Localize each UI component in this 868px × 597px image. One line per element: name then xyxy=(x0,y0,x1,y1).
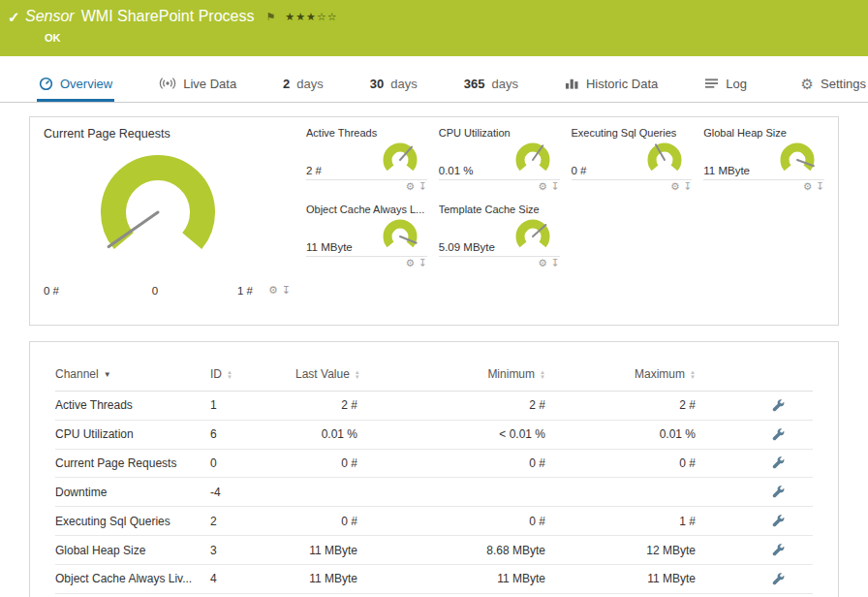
mini-gauge-value: 5.09 MByte xyxy=(439,241,495,256)
channel-id: 2 xyxy=(210,507,295,536)
channel-id: 1 xyxy=(210,392,295,421)
tab-live-data[interactable]: Live Data xyxy=(157,68,238,102)
sort-desc-icon: ▼ xyxy=(104,370,111,379)
gear-icon[interactable]: ⚙ xyxy=(406,258,415,270)
last-value: 0 # xyxy=(295,507,357,536)
mini-gauge-title: Global Heap Size xyxy=(703,127,824,141)
download-icon[interactable]: ↧ xyxy=(551,181,560,194)
gauge-max-label: 1 # xyxy=(204,285,253,297)
table-row[interactable]: Object Cache Always Liv...411 MByte11 MB… xyxy=(55,564,813,593)
gear-icon[interactable]: ⚙ xyxy=(803,181,812,194)
last-value: 11 MByte xyxy=(295,536,357,565)
overview-gauge-icon xyxy=(39,77,53,91)
main-gauge: Current Page Requests 0 # 0 1 # ⚙ ↧ xyxy=(44,127,291,317)
tab-overview[interactable]: Overview xyxy=(37,68,114,102)
download-icon[interactable]: ↧ xyxy=(282,284,291,297)
max-value: 12 MByte xyxy=(545,536,696,565)
table-row[interactable]: Executing Sql Queries20 #0 #1 # xyxy=(55,507,813,536)
gear-icon[interactable]: ⚙ xyxy=(538,258,546,270)
channel-settings-cell xyxy=(696,536,813,565)
mini-gauge: Template Cache Size5.09 MByte⚙↧ xyxy=(439,204,560,270)
tab-settings[interactable]: ⚙ Settings xyxy=(799,68,868,102)
download-icon[interactable]: ↧ xyxy=(418,258,427,270)
mini-gauge-title: Object Cache Always L... xyxy=(306,204,427,218)
main-gauge-dial xyxy=(61,148,291,280)
tab-day-count: 365 xyxy=(464,77,485,91)
mini-gauge-dial xyxy=(637,142,692,179)
channel-id: -4 xyxy=(210,478,295,507)
sensor-header: ✓ Sensor WMI SharePoint Process ⚑ ★★★☆☆ … xyxy=(0,0,868,56)
download-icon[interactable]: ↧ xyxy=(816,181,824,194)
min-value: 2 # xyxy=(357,392,545,421)
mini-gauge-body: 11 MByte xyxy=(306,218,427,257)
tab-365-days[interactable]: 365 days xyxy=(462,68,520,102)
mini-gauge-body: 11 MByte xyxy=(703,141,824,180)
tab-label: Overview xyxy=(60,77,112,91)
table-row[interactable]: Template Cache Size55.09 MByte3.75 MByte… xyxy=(55,593,813,597)
table-row[interactable]: Global Heap Size311 MByte8.68 MByte12 MB… xyxy=(55,536,813,565)
min-value: 3.75 MByte xyxy=(357,593,545,597)
mini-gauge: Active Threads2 #⚙↧ xyxy=(306,127,427,194)
bar-chart-icon xyxy=(565,77,579,90)
channels-table: Channel▼ ID▲▼ Last Value▲▼ Minimum▲▼ Max… xyxy=(55,363,813,597)
gauges-panel: Current Page Requests 0 # 0 1 # ⚙ ↧ Acti… xyxy=(29,116,839,326)
sensor-title: WMI SharePoint Process xyxy=(81,8,255,25)
flag-icon[interactable]: ⚑ xyxy=(265,11,275,23)
download-icon[interactable]: ↧ xyxy=(418,181,427,194)
column-header-id[interactable]: ID▲▼ xyxy=(210,363,295,392)
sort-icon: ▲▼ xyxy=(690,370,696,380)
tab-30-days[interactable]: 30 days xyxy=(368,68,419,102)
log-list-icon xyxy=(704,78,719,90)
max-value: 11 MByte xyxy=(545,564,696,593)
tab-label: Settings xyxy=(821,77,866,91)
wrench-icon[interactable] xyxy=(772,573,786,586)
wrench-icon[interactable] xyxy=(772,428,786,442)
wrench-icon[interactable] xyxy=(772,456,786,470)
mini-gauge: Executing Sql Queries0 #⚙↧ xyxy=(572,127,693,194)
wrench-icon[interactable] xyxy=(772,544,786,557)
gear-icon[interactable]: ⚙ xyxy=(406,181,415,194)
gear-icon[interactable]: ⚙ xyxy=(268,284,278,297)
gear-icon: ⚙ xyxy=(801,77,814,91)
sort-icon: ▲▼ xyxy=(227,370,232,380)
table-row[interactable]: Current Page Requests00 #0 #0 # xyxy=(55,449,813,478)
max-value: 0.01 % xyxy=(545,420,696,449)
channel-id: 0 xyxy=(210,449,295,478)
channels-panel: Channel▼ ID▲▼ Last Value▲▼ Minimum▲▼ Max… xyxy=(29,341,839,597)
column-header-channel[interactable]: Channel▼ xyxy=(55,363,210,392)
wrench-icon[interactable] xyxy=(772,515,786,528)
download-icon[interactable]: ↧ xyxy=(683,181,692,194)
mini-gauge-value: 2 # xyxy=(306,165,322,179)
mini-gauge-dial xyxy=(506,142,560,179)
channel-id: 6 xyxy=(210,420,295,449)
tab-label: Live Data xyxy=(183,77,236,91)
max-value xyxy=(545,478,696,507)
mini-gauge: Global Heap Size11 MByte⚙↧ xyxy=(703,127,824,194)
download-icon[interactable]: ↧ xyxy=(551,258,560,270)
column-header-minimum[interactable]: Minimum▲▼ xyxy=(357,363,545,392)
tab-log[interactable]: Log xyxy=(702,68,749,102)
channel-settings-cell xyxy=(696,392,813,421)
tab-historic-data[interactable]: Historic Data xyxy=(563,68,660,102)
mini-gauge-dial xyxy=(770,142,824,179)
table-row[interactable]: Active Threads12 #2 #2 # xyxy=(55,392,813,421)
column-header-maximum[interactable]: Maximum▲▼ xyxy=(545,363,696,392)
channel-name: Downtime xyxy=(55,478,210,507)
channel-id: 4 xyxy=(210,564,295,593)
last-value: 2 # xyxy=(295,392,357,421)
mini-gauge: CPU Utilization0.01 %⚙↧ xyxy=(439,127,560,194)
table-row[interactable]: Downtime-4 xyxy=(55,478,813,507)
gear-icon[interactable]: ⚙ xyxy=(670,181,679,194)
mini-gauge-body: 2 # xyxy=(306,141,427,180)
gear-icon[interactable]: ⚙ xyxy=(538,181,546,194)
priority-stars[interactable]: ★★★☆☆ xyxy=(285,11,337,23)
wrench-icon[interactable] xyxy=(772,399,786,413)
table-row[interactable]: CPU Utilization60.01 %< 0.01 %0.01 % xyxy=(55,420,813,449)
max-value: 1 # xyxy=(545,507,696,536)
wrench-icon[interactable] xyxy=(772,486,786,499)
min-value: 8.68 MByte xyxy=(357,536,545,565)
column-header-last-value[interactable]: Last Value▲▼ xyxy=(295,363,357,392)
sensor-status-badge: OK xyxy=(45,32,868,44)
mini-gauge-title: Template Cache Size xyxy=(439,204,560,218)
tab-2-days[interactable]: 2 days xyxy=(281,68,326,102)
